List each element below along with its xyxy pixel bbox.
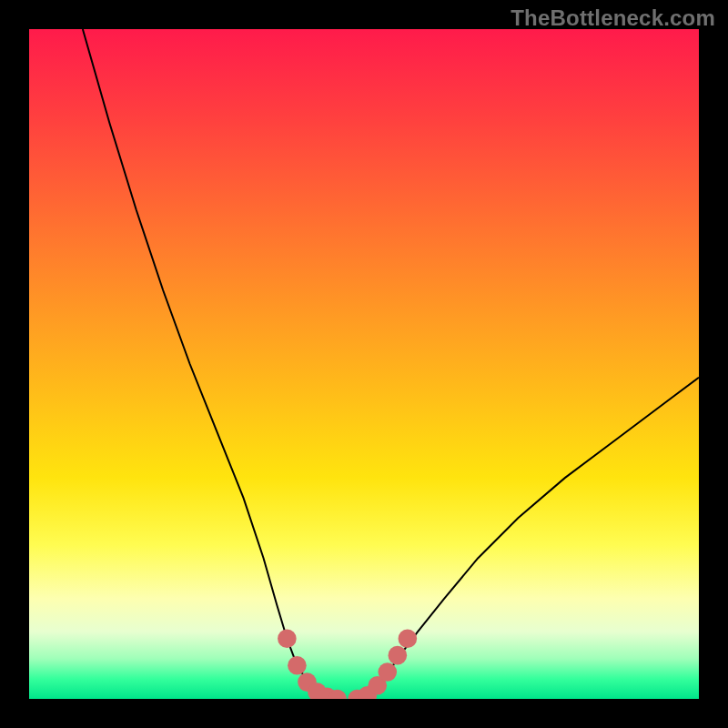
chart-frame: TheBottleneck.com <box>0 0 728 728</box>
sweet-spot-dots-left-point <box>288 656 307 675</box>
sweet-spot-dots-right-point <box>378 662 397 682</box>
watermark-text: TheBottleneck.com <box>511 5 715 31</box>
sweet-spot-dots-right-point <box>388 646 407 665</box>
sweet-spot-dots <box>278 629 417 699</box>
plot-area <box>29 29 699 699</box>
sweet-spot-dots-right-point <box>399 629 418 648</box>
left-curve <box>83 29 338 699</box>
sweet-spot-dots-left-point <box>278 629 297 648</box>
bottleneck-curves <box>83 29 699 699</box>
curve-layer <box>29 29 699 699</box>
right-curve <box>358 378 699 699</box>
